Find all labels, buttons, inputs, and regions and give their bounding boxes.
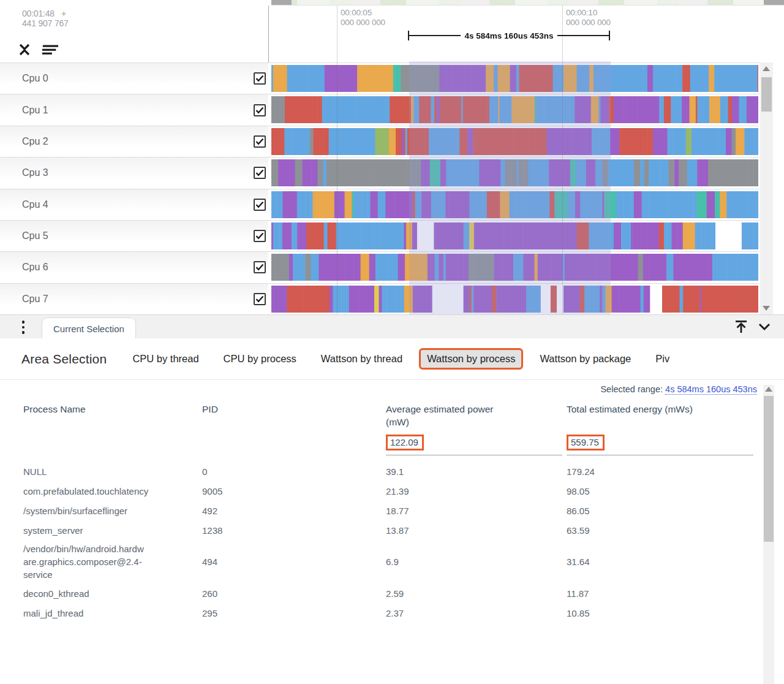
track-shell[interactable]: Cpu 2	[0, 126, 268, 157]
checkmark-icon	[255, 264, 264, 271]
details-panel: Area Selection CPU by thread CPU by proc…	[0, 338, 784, 684]
table-row: decon0_kthread 260 2.59 11.87	[23, 583, 758, 603]
cell-energy: 179.24	[567, 466, 758, 477]
sort-tracks-icon[interactable]	[42, 41, 59, 58]
cell-energy: 63.59	[567, 525, 758, 536]
area-tab[interactable]: Wattson by process	[419, 348, 523, 370]
selection-duration-label: 4s 584ms 160us 453ns	[461, 31, 558, 40]
track-slices-canvas[interactable]	[271, 65, 758, 92]
gridline-10s	[562, 6, 563, 314]
cell-energy: 10.85	[567, 608, 758, 618]
track-checkbox[interactable]	[254, 261, 266, 273]
details-tabstrip: Current Selection	[0, 314, 784, 338]
area-tab[interactable]: Wattson by thread	[321, 353, 402, 365]
track-label: Cpu 2	[22, 136, 48, 147]
gridline-5s	[337, 6, 337, 314]
cell-power: 21.39	[386, 486, 567, 496]
tracks-scrollbar[interactable]	[760, 63, 773, 314]
cell-process-name: /vendor/bin/hw/android.hardw are.graphic…	[23, 540, 202, 583]
checkmark-icon	[255, 201, 264, 208]
track-slices-canvas[interactable]	[271, 159, 758, 186]
track-row: Cpu 7	[0, 283, 760, 314]
cell-pid: 1238	[202, 525, 386, 536]
area-tab[interactable]: CPU by process	[224, 353, 296, 365]
checkmark-icon	[255, 138, 264, 145]
cell-energy: 86.05	[567, 506, 758, 516]
cell-pid: 260	[202, 588, 386, 599]
track-shell[interactable]: Cpu 6	[0, 252, 268, 283]
cell-pid: 295	[202, 608, 386, 618]
tab-current-selection-label: Current Selection	[53, 324, 124, 334]
track-checkbox[interactable]	[254, 104, 266, 116]
timeline-minimap[interactable]	[271, 0, 784, 6]
total-power-cell: 122.09	[386, 435, 562, 455]
cell-power: 2.59	[386, 588, 567, 599]
track-shell[interactable]: Cpu 7	[0, 284, 268, 314]
track-label: Cpu 0	[22, 73, 48, 84]
collapse-panel-chevron-down-icon[interactable]	[756, 318, 773, 335]
track-checkbox[interactable]	[254, 135, 266, 148]
track-shell[interactable]: Cpu 4	[0, 189, 268, 220]
details-menu-kebab-icon[interactable]	[18, 319, 28, 336]
area-tab[interactable]: Wattson by package	[540, 353, 631, 365]
track-slices-canvas[interactable]	[271, 128, 758, 155]
scroll-up-arrow-icon[interactable]	[763, 66, 770, 71]
track-slices-canvas[interactable]	[271, 286, 758, 313]
cell-process-name: /system/bin/surfaceflinger	[23, 502, 202, 520]
track-row: Cpu 3	[0, 157, 760, 188]
checkmark-icon	[255, 107, 264, 114]
cell-pid: 494	[202, 557, 386, 567]
checkmark-icon	[255, 295, 264, 303]
cell-energy: 31.64	[567, 557, 758, 567]
col-avg-power: Average estimated power (mW)	[386, 403, 567, 428]
area-tab[interactable]: Piv	[655, 353, 669, 365]
checkmark-icon	[255, 75, 264, 82]
selected-range-label: Selected range:	[600, 384, 663, 394]
table-row: /system/bin/surfaceflinger 492 18.77 86.…	[23, 501, 758, 520]
track-shell[interactable]: Cpu 5	[0, 221, 268, 251]
table-row: mali_jd_thread 295 2.37 10.85	[23, 603, 758, 623]
track-shell[interactable]: Cpu 0	[0, 63, 268, 94]
col-pid: PID	[202, 403, 386, 416]
table-row: NULL 0 39.1 179.24	[23, 462, 758, 481]
col-process-name: Process Name	[23, 403, 202, 416]
tab-current-selection[interactable]: Current Selection	[42, 317, 136, 339]
checkmark-icon	[255, 232, 264, 240]
details-scroll-up-arrow-icon[interactable]	[765, 387, 772, 392]
selected-range-line: Selected range: 4s 584ms 160us 453ns	[0, 380, 784, 394]
track-checkbox[interactable]	[254, 72, 266, 85]
tick-label-5s: 00:00:05 000 000 000	[341, 8, 385, 28]
track-checkbox[interactable]	[254, 199, 266, 211]
cell-power: 6.9	[386, 557, 567, 567]
track-checkbox[interactable]	[254, 230, 266, 242]
details-scrollbar[interactable]	[763, 385, 774, 684]
track-checkbox[interactable]	[254, 167, 266, 179]
total-power-value: 122.09	[386, 435, 424, 450]
cell-process-name: com.prefabulated.touchlatency	[23, 482, 202, 500]
track-slices-canvas[interactable]	[271, 191, 758, 218]
track-slices-canvas[interactable]	[271, 96, 758, 123]
collapse-tracks-icon[interactable]	[16, 41, 33, 58]
cell-power: 39.1	[386, 466, 567, 477]
table-row: system_server 1238 13.87 63.59	[23, 520, 758, 540]
area-tab[interactable]: CPU by thread	[132, 353, 198, 365]
cell-pid: 9005	[202, 486, 386, 496]
timeline-header-left: 00:01:48 + 441 907 767	[0, 6, 268, 63]
track-slices-canvas[interactable]	[271, 254, 758, 281]
cell-energy: 11.87	[567, 588, 758, 599]
origin-timestamp-ns: 441 907 767	[22, 18, 69, 28]
wattson-process-table: Process Name PID Average estimated power…	[23, 400, 758, 623]
cell-process-name: decon0_kthread	[23, 585, 202, 602]
track-label: Cpu 4	[22, 199, 48, 210]
table-header-row: Process Name PID Average estimated power…	[23, 400, 758, 428]
tracks-scrollbar-thumb[interactable]	[761, 77, 772, 112]
track-shell[interactable]: Cpu 3	[0, 158, 268, 188]
selected-range-link[interactable]: 4s 584ms 160us 453ns	[665, 384, 757, 395]
origin-timestamp: 00:01:48	[22, 9, 55, 18]
track-slices-canvas[interactable]	[271, 222, 758, 249]
expand-panel-to-top-icon[interactable]	[733, 318, 750, 335]
track-checkbox[interactable]	[254, 293, 266, 305]
scroll-down-arrow-icon[interactable]	[763, 306, 770, 311]
details-scrollbar-thumb[interactable]	[764, 396, 774, 542]
track-shell[interactable]: Cpu 1	[0, 94, 268, 125]
